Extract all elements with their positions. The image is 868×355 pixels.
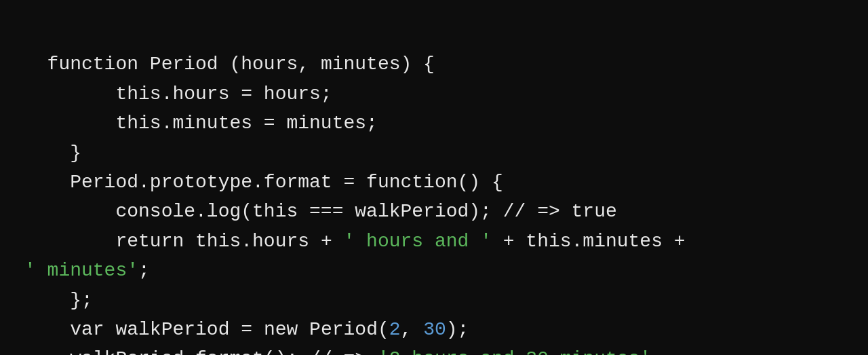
code-line-3: this.minutes = minutes; [24, 113, 378, 134]
code-line-7: return this.hours + ' hours and ' + this… [24, 231, 686, 252]
code-line-11: walkPeriod.format(); // => '2 hours and … [24, 348, 651, 355]
code-line-6: console.log(this === walkPeriod); // => … [24, 201, 617, 222]
code-line-5: Period.prototype.format = function() { [24, 172, 503, 193]
code-line-10: var walkPeriod = new Period(2, 30); [24, 319, 469, 340]
code-line-4: } [24, 143, 81, 164]
code-line-2: this.hours = hours; [24, 83, 332, 105]
code-line-1: function Period (hours, minutes) { [47, 54, 435, 75]
code-line-8: ' minutes'; [24, 260, 150, 281]
code-line-9: }; [24, 290, 93, 311]
code-editor: function Period (hours, minutes) { this.… [0, 0, 868, 355]
